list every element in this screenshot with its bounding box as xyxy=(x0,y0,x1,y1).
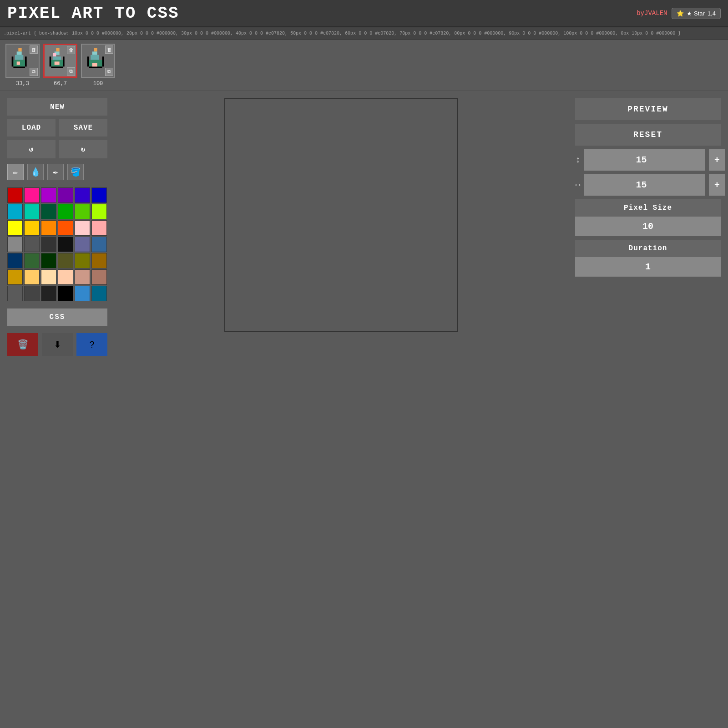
duration-section: Duration 1 xyxy=(575,240,721,277)
preview-button[interactable]: PREVIEW xyxy=(575,98,721,120)
fill-icon: 🪣 xyxy=(71,167,81,177)
github-star-button[interactable]: ⭐ ★ Star 1,4 xyxy=(672,8,721,19)
svg-rect-11 xyxy=(53,53,56,56)
color-swatch[interactable] xyxy=(75,187,90,203)
color-swatch[interactable] xyxy=(24,269,40,285)
svg-rect-9 xyxy=(56,48,59,51)
height-input[interactable] xyxy=(584,149,705,171)
frame-item-3[interactable]: 🗑 ⧉ xyxy=(81,44,115,78)
color-swatch[interactable] xyxy=(91,286,107,301)
svg-rect-8 xyxy=(17,61,20,65)
svg-rect-20 xyxy=(91,55,99,60)
color-swatch[interactable] xyxy=(24,187,40,203)
color-swatch[interactable] xyxy=(7,187,23,203)
color-swatch[interactable] xyxy=(41,187,56,203)
width-increase-button[interactable]: + xyxy=(709,174,725,196)
pencil-icon: ✏️ xyxy=(13,167,18,177)
help-button[interactable]: ? xyxy=(76,333,107,356)
app-title: PIXEL ART TO CSS xyxy=(7,4,179,23)
color-swatch[interactable] xyxy=(75,253,90,268)
color-swatch[interactable] xyxy=(91,269,107,285)
eyedropper-icon: 💧 xyxy=(30,167,40,177)
color-swatch[interactable] xyxy=(24,286,40,301)
color-swatch[interactable] xyxy=(91,220,107,236)
frame-copy-2[interactable]: ⧉ xyxy=(67,67,75,76)
fill-tool[interactable]: 🪣 xyxy=(67,164,84,180)
color-swatch[interactable] xyxy=(41,286,56,301)
svg-rect-14 xyxy=(50,56,51,66)
svg-rect-3 xyxy=(15,55,23,60)
color-swatch[interactable] xyxy=(75,269,90,285)
color-swatch[interactable] xyxy=(7,220,23,236)
undo-icon: ↺ xyxy=(29,146,34,154)
color-swatch[interactable] xyxy=(58,253,73,268)
header-right: byJVALEN ⭐ ★ Star 1,4 xyxy=(637,8,721,19)
eraser-tool[interactable]: ✒️ xyxy=(47,164,64,180)
frames-row: 🗑 ⧉ 33,3 🗑 xyxy=(0,40,728,91)
left-panel: NEW LOAD SAVE ↺ ↻ ✏️ 💧 ✒️ 🪣 xyxy=(7,98,107,356)
delete-action-button[interactable]: 🗑️ xyxy=(7,333,38,356)
css-section: CSS xyxy=(7,308,107,326)
frame-copy-1[interactable]: ⧉ xyxy=(30,68,38,76)
color-swatch[interactable] xyxy=(7,204,23,219)
color-swatch[interactable] xyxy=(58,204,73,219)
eraser-icon: ✒️ xyxy=(53,167,58,177)
frame-item-2[interactable]: 🗑 ⧉ xyxy=(43,44,77,78)
color-swatch[interactable] xyxy=(41,220,56,236)
color-swatch[interactable] xyxy=(24,237,40,252)
color-swatch[interactable] xyxy=(7,253,23,268)
header: PIXEL ART TO CSS byJVALEN ⭐ ★ Star 1,4 xyxy=(0,0,728,27)
color-swatch[interactable] xyxy=(41,269,56,285)
color-swatch[interactable] xyxy=(75,286,90,301)
frame-delete-3[interactable]: 🗑 xyxy=(105,46,113,54)
frame-item-1[interactable]: 🗑 ⧉ xyxy=(5,44,40,78)
eyedropper-tool[interactable]: 💧 xyxy=(27,164,44,180)
new-button[interactable]: NEW xyxy=(7,98,107,116)
color-swatch[interactable] xyxy=(24,220,40,236)
color-swatch[interactable] xyxy=(41,253,56,268)
width-icon: ↔ xyxy=(575,177,581,193)
color-swatch[interactable] xyxy=(91,187,107,203)
color-swatch[interactable] xyxy=(41,204,56,219)
pixel-size-label: Pixel Size xyxy=(575,199,721,217)
color-swatch[interactable] xyxy=(91,237,107,252)
color-swatch[interactable] xyxy=(58,269,73,285)
pixel-canvas[interactable] xyxy=(224,98,458,332)
height-increase-button[interactable]: + xyxy=(709,149,725,171)
color-swatch[interactable] xyxy=(75,204,90,219)
color-swatch[interactable] xyxy=(7,286,23,301)
redo-button[interactable]: ↻ xyxy=(59,140,107,158)
svg-rect-6 xyxy=(25,56,27,66)
frame-copy-3[interactable]: ⧉ xyxy=(105,68,113,76)
color-swatch[interactable] xyxy=(24,204,40,219)
color-swatch[interactable] xyxy=(91,253,107,268)
color-swatch[interactable] xyxy=(58,237,73,252)
save-button[interactable]: SAVE xyxy=(59,119,107,136)
color-swatch[interactable] xyxy=(7,237,23,252)
svg-rect-17 xyxy=(55,61,60,65)
frame-delete-1[interactable]: 🗑 xyxy=(30,46,38,54)
download-button[interactable]: ⬇ xyxy=(42,333,73,356)
color-swatch[interactable] xyxy=(7,269,23,285)
color-swatch[interactable] xyxy=(75,220,90,236)
svg-rect-15 xyxy=(63,56,65,66)
color-swatch[interactable] xyxy=(58,187,73,203)
height-row: ↕ + xyxy=(575,149,721,171)
color-swatch[interactable] xyxy=(58,220,73,236)
css-label[interactable]: CSS xyxy=(7,308,107,326)
delete-icon: 🗑️ xyxy=(17,339,29,350)
color-swatch[interactable] xyxy=(58,286,73,301)
undo-button[interactable]: ↺ xyxy=(7,140,56,158)
svg-rect-5 xyxy=(12,56,14,66)
color-swatch[interactable] xyxy=(41,237,56,252)
load-button[interactable]: LOAD xyxy=(7,119,56,136)
width-row: ↔ + xyxy=(575,174,721,196)
color-swatch[interactable] xyxy=(24,253,40,268)
color-swatch[interactable] xyxy=(91,204,107,219)
download-icon: ⬇ xyxy=(54,339,61,350)
reset-button[interactable]: RESET xyxy=(575,124,721,146)
frame-delete-2[interactable]: 🗑 xyxy=(67,46,75,54)
pencil-tool[interactable]: ✏️ xyxy=(7,164,24,180)
color-swatch[interactable] xyxy=(75,237,90,252)
width-input[interactable] xyxy=(584,174,705,196)
